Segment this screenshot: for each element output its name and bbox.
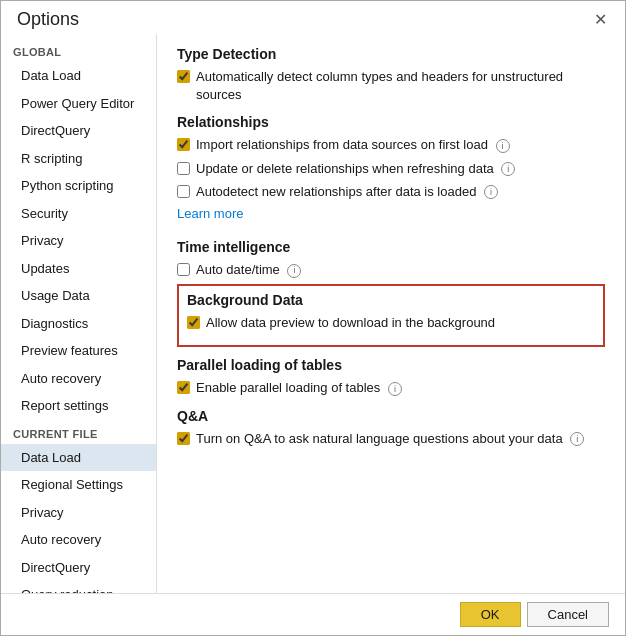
auto-datetime-row: Auto date/time i — [177, 261, 605, 279]
sidebar-item-usage-data[interactable]: Usage Data — [1, 282, 156, 310]
background-download-row: Allow data preview to download in the ba… — [187, 314, 595, 332]
sidebar-item-query-reduction[interactable]: Query reduction — [1, 581, 156, 593]
sidebar-item-python-scripting[interactable]: Python scripting — [1, 172, 156, 200]
qa-row: Turn on Q&A to ask natural language ques… — [177, 430, 605, 448]
info-icon-2: i — [501, 162, 515, 176]
dialog-footer: OK Cancel — [1, 593, 625, 635]
sidebar-item-auto-recovery-global[interactable]: Auto recovery — [1, 365, 156, 393]
background-data-section: Background Data Allow data preview to do… — [177, 284, 605, 347]
sidebar-item-data-load-file[interactable]: Data Load — [1, 444, 156, 472]
update-delete-label: Update or delete relationships when refr… — [196, 160, 515, 178]
dialog-body: GLOBAL Data Load Power Query Editor Dire… — [1, 34, 625, 593]
info-icon-5: i — [388, 382, 402, 396]
autodetect-checkbox[interactable] — [177, 185, 190, 198]
import-relationships-row: Import relationships from data sources o… — [177, 136, 605, 154]
type-detection-heading: Type Detection — [177, 46, 605, 62]
info-icon-6: i — [570, 432, 584, 446]
sidebar-item-updates[interactable]: Updates — [1, 255, 156, 283]
sidebar-item-directquery-file[interactable]: DirectQuery — [1, 554, 156, 582]
qa-checkbox[interactable] — [177, 432, 190, 445]
ok-button[interactable]: OK — [460, 602, 521, 627]
sidebar-item-data-load[interactable]: Data Load — [1, 62, 156, 90]
cancel-button[interactable]: Cancel — [527, 602, 609, 627]
dialog-title: Options — [17, 9, 79, 30]
enable-parallel-label: Enable parallel loading of tables i — [196, 379, 402, 397]
update-delete-row: Update or delete relationships when refr… — [177, 160, 605, 178]
auto-detect-checkbox[interactable] — [177, 70, 190, 83]
close-button[interactable]: ✕ — [588, 10, 613, 30]
qa-heading: Q&A — [177, 408, 605, 424]
auto-detect-label: Automatically detect column types and he… — [196, 68, 605, 104]
sidebar-item-privacy-file[interactable]: Privacy — [1, 499, 156, 527]
sidebar-item-power-query-editor[interactable]: Power Query Editor — [1, 90, 156, 118]
qa-label: Turn on Q&A to ask natural language ques… — [196, 430, 584, 448]
parallel-loading-heading: Parallel loading of tables — [177, 357, 605, 373]
current-file-section-label: CURRENT FILE — [1, 420, 156, 444]
global-section-label: GLOBAL — [1, 38, 156, 62]
sidebar-item-regional-settings[interactable]: Regional Settings — [1, 471, 156, 499]
sidebar-item-r-scripting[interactable]: R scripting — [1, 145, 156, 173]
sidebar-item-diagnostics[interactable]: Diagnostics — [1, 310, 156, 338]
background-data-heading: Background Data — [187, 292, 595, 308]
autodetect-label: Autodetect new relationships after data … — [196, 183, 498, 201]
sidebar-item-directquery-global[interactable]: DirectQuery — [1, 117, 156, 145]
relationships-heading: Relationships — [177, 114, 605, 130]
enable-parallel-checkbox[interactable] — [177, 381, 190, 394]
import-relationships-label: Import relationships from data sources o… — [196, 136, 510, 154]
main-content: Type Detection Automatically detect colu… — [156, 34, 625, 593]
autodetect-row: Autodetect new relationships after data … — [177, 183, 605, 201]
sidebar: GLOBAL Data Load Power Query Editor Dire… — [1, 34, 156, 593]
sidebar-item-report-settings-global[interactable]: Report settings — [1, 392, 156, 420]
titlebar: Options ✕ — [1, 1, 625, 34]
sidebar-item-privacy-global[interactable]: Privacy — [1, 227, 156, 255]
update-delete-checkbox[interactable] — [177, 162, 190, 175]
sidebar-item-auto-recovery-file[interactable]: Auto recovery — [1, 526, 156, 554]
info-icon-4: i — [287, 264, 301, 278]
background-download-checkbox[interactable] — [187, 316, 200, 329]
enable-parallel-row: Enable parallel loading of tables i — [177, 379, 605, 397]
time-intelligence-heading: Time intelligence — [177, 239, 605, 255]
sidebar-item-preview-features[interactable]: Preview features — [1, 337, 156, 365]
auto-datetime-label: Auto date/time i — [196, 261, 301, 279]
auto-datetime-checkbox[interactable] — [177, 263, 190, 276]
import-relationships-checkbox[interactable] — [177, 138, 190, 151]
info-icon-3: i — [484, 185, 498, 199]
options-dialog: Options ✕ GLOBAL Data Load Power Query E… — [0, 0, 626, 636]
learn-more-link[interactable]: Learn more — [177, 206, 243, 221]
sidebar-item-security[interactable]: Security — [1, 200, 156, 228]
info-icon: i — [496, 139, 510, 153]
background-download-label: Allow data preview to download in the ba… — [206, 314, 495, 332]
auto-detect-row: Automatically detect column types and he… — [177, 68, 605, 104]
